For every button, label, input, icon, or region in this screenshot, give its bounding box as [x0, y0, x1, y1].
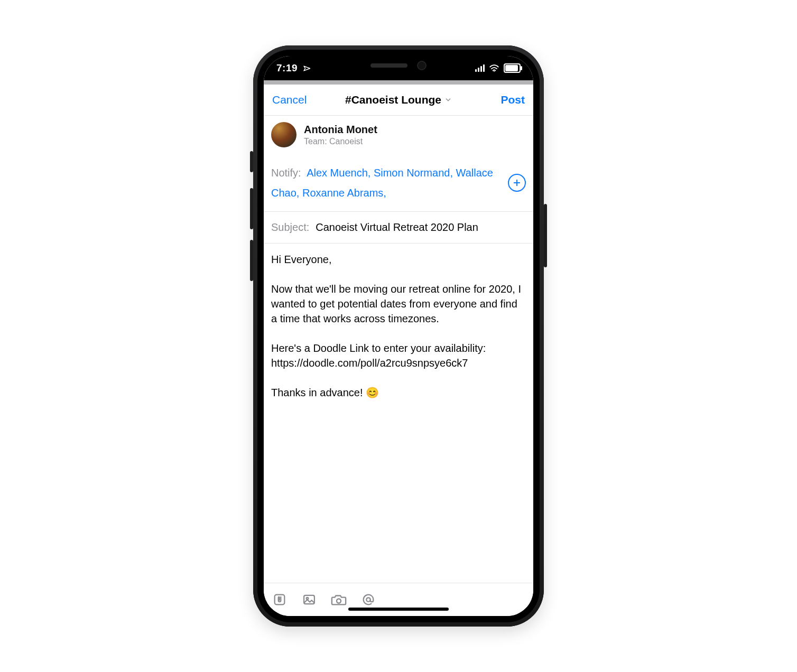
channel-title: #Canoeist Lounge — [345, 94, 441, 106]
navbar: Cancel #Canoeist Lounge Post — [264, 85, 533, 116]
author-row: Antonia Monet Team: Canoeist — [264, 116, 533, 154]
separator: , — [368, 167, 374, 179]
separator: , — [296, 187, 302, 199]
notch — [340, 56, 457, 75]
subject-row[interactable]: Subject: Canoeist Virtual Retreat 2020 P… — [264, 212, 533, 244]
canvas: 7:19 Cancel — [0, 0, 797, 672]
battery-icon — [504, 63, 521, 73]
notify-row[interactable]: Notify: Alex Muench, Simon Normand, Wall… — [264, 154, 533, 212]
image-icon[interactable] — [301, 591, 318, 608]
separator: , — [450, 167, 456, 179]
add-recipient-button[interactable] — [508, 174, 526, 192]
front-camera — [417, 61, 427, 70]
status-time: 7:19 — [276, 62, 298, 74]
recipient[interactable]: Roxanne Abrams — [302, 187, 383, 199]
author-name: Antonia Monet — [304, 124, 377, 136]
subject-input[interactable]: Canoeist Virtual Retreat 2020 Plan — [316, 221, 478, 234]
at-icon[interactable] — [360, 591, 377, 608]
speaker-grille — [370, 63, 407, 68]
paperclip-icon[interactable] — [271, 591, 288, 608]
cellular-icon — [475, 64, 485, 72]
power-button — [544, 204, 547, 267]
home-indicator[interactable] — [348, 608, 449, 611]
svg-rect-4 — [304, 595, 314, 604]
subject-label: Subject: — [271, 221, 309, 234]
location-icon — [300, 62, 311, 73]
svg-point-6 — [337, 599, 341, 603]
compose-sheet: Cancel #Canoeist Lounge Post Antonia Mon… — [264, 85, 533, 616]
avatar — [271, 122, 296, 147]
wifi-icon — [489, 64, 499, 72]
svg-point-7 — [366, 598, 370, 601]
sheet-backdrop — [264, 80, 533, 85]
phone-frame: 7:19 Cancel — [253, 45, 544, 627]
separator: , — [383, 187, 386, 199]
recipient[interactable]: Simon Normand — [374, 167, 450, 179]
compose-toolbar — [264, 583, 533, 616]
message-body[interactable]: Hi Everyone, Now that we'll be moving ou… — [264, 244, 533, 583]
volume-up-button — [250, 188, 253, 229]
post-button[interactable]: Post — [474, 90, 527, 109]
camera-icon[interactable] — [330, 591, 347, 608]
author-team: Team: Canoeist — [304, 137, 377, 146]
recipient[interactable]: Alex Muench — [307, 167, 368, 179]
status-left: 7:19 — [276, 62, 310, 74]
svg-point-0 — [494, 71, 495, 72]
volume-down-button — [250, 240, 253, 281]
status-right — [475, 63, 521, 73]
author-meta: Antonia Monet Team: Canoeist — [304, 124, 377, 146]
cancel-button[interactable]: Cancel — [270, 90, 323, 109]
chevron-down-icon — [444, 94, 452, 106]
screen: 7:19 Cancel — [264, 56, 533, 616]
mute-switch — [250, 151, 253, 172]
notify-label: Notify: — [271, 167, 301, 179]
channel-selector[interactable]: #Canoeist Lounge — [345, 94, 452, 106]
